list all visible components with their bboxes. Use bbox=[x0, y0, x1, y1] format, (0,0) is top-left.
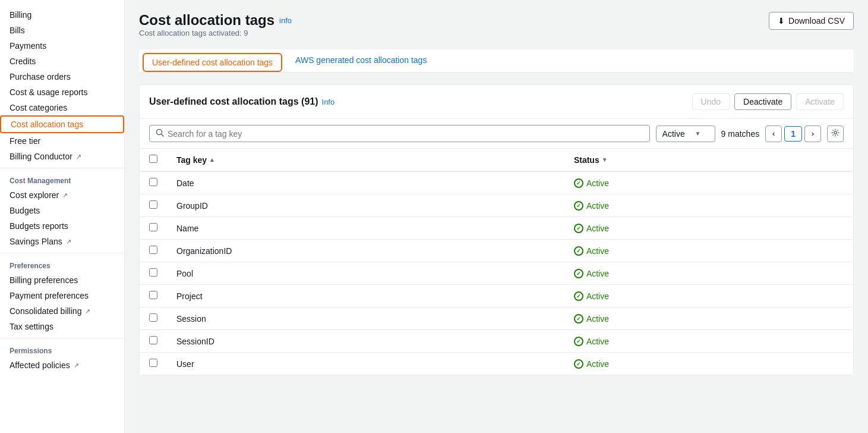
sidebar-item-budgets-reports[interactable]: Budgets reports bbox=[0, 218, 124, 234]
undo-button[interactable]: Undo bbox=[692, 93, 730, 110]
td-checkbox[interactable] bbox=[140, 330, 167, 353]
td-tag-key: GroupID bbox=[167, 194, 564, 217]
status-active-icon bbox=[574, 246, 583, 256]
page-title: Cost allocation tags bbox=[139, 12, 274, 29]
tab-aws-generated-label: AWS generated cost allocation tags bbox=[295, 55, 427, 65]
status-active-icon bbox=[574, 314, 583, 324]
row-checkbox-4[interactable] bbox=[149, 268, 157, 277]
td-status: Active bbox=[564, 194, 853, 217]
sidebar-item-label: Payments bbox=[10, 41, 46, 51]
page-info-link[interactable]: info bbox=[279, 16, 292, 25]
td-status: Active bbox=[564, 262, 853, 285]
row-checkbox-2[interactable] bbox=[149, 223, 157, 231]
pagination-next-button[interactable]: › bbox=[804, 125, 821, 142]
sidebar-item-label: Purchase orders bbox=[10, 72, 71, 81]
page-subtitle: Cost allocation tags activated: 9 bbox=[139, 29, 292, 37]
sidebar-item-affected-policies[interactable]: Affected policies ↗ bbox=[0, 357, 124, 373]
status-label: Active bbox=[586, 269, 609, 278]
sidebar-item-credits[interactable]: Credits bbox=[0, 54, 124, 69]
sort-icon: ▼ bbox=[602, 156, 608, 163]
sidebar-item-payments[interactable]: Payments bbox=[0, 38, 124, 54]
sidebar-item-label: Cost explorer bbox=[10, 190, 59, 200]
sidebar-item-cost-categories[interactable]: Cost categories bbox=[0, 100, 124, 115]
status-label: Active bbox=[586, 359, 609, 369]
filter-select-wrapper[interactable]: Active Inactive All ▼ bbox=[656, 125, 715, 142]
td-tag-key: SessionID bbox=[167, 330, 564, 353]
sort-ascending-icon: ▲ bbox=[209, 156, 215, 163]
td-status: Active bbox=[564, 171, 853, 194]
row-checkbox-8[interactable] bbox=[149, 359, 157, 367]
td-tag-key: Session bbox=[167, 308, 564, 330]
status-label: Active bbox=[586, 246, 609, 256]
sidebar-item-budgets[interactable]: Budgets bbox=[0, 203, 124, 218]
download-csv-button[interactable]: ⬇ Download CSV bbox=[769, 12, 854, 30]
sidebar-section-preferences: Preferences Billing preferences Payment … bbox=[0, 257, 124, 334]
sidebar-item-label: Cost allocation tags bbox=[11, 120, 83, 129]
row-checkbox-7[interactable] bbox=[149, 336, 157, 344]
td-checkbox[interactable] bbox=[140, 285, 167, 308]
sidebar-item-billing[interactable]: Billing bbox=[0, 7, 124, 23]
tab-aws-generated[interactable]: AWS generated cost allocation tags bbox=[286, 49, 436, 72]
sidebar-item-savings-plans[interactable]: Savings Plans ↗ bbox=[0, 234, 124, 249]
panel-info-link[interactable]: Info bbox=[322, 98, 335, 106]
sidebar-section-permissions: Permissions Affected policies ↗ bbox=[0, 342, 124, 373]
row-checkbox-6[interactable] bbox=[149, 313, 157, 322]
row-checkbox-5[interactable] bbox=[149, 291, 157, 299]
td-checkbox[interactable] bbox=[140, 353, 167, 375]
sidebar-item-label: Tax settings bbox=[10, 322, 53, 331]
row-checkbox-3[interactable] bbox=[149, 246, 157, 254]
row-checkbox-1[interactable] bbox=[149, 200, 157, 209]
download-icon: ⬇ bbox=[778, 16, 785, 26]
sidebar-item-bills[interactable]: Bills bbox=[0, 23, 124, 38]
td-checkbox[interactable] bbox=[140, 240, 167, 262]
sidebar-item-label: Payment preferences bbox=[10, 291, 89, 300]
sidebar-section-title-permissions: Permissions bbox=[0, 342, 124, 357]
td-checkbox[interactable] bbox=[140, 194, 167, 217]
sidebar-item-payment-preferences[interactable]: Payment preferences bbox=[0, 288, 124, 303]
sidebar-item-billing-preferences[interactable]: Billing preferences bbox=[0, 272, 124, 288]
td-tag-key: Project bbox=[167, 285, 564, 308]
row-checkbox-0[interactable] bbox=[149, 178, 157, 186]
pagination-prev-button[interactable]: ‹ bbox=[765, 125, 782, 142]
activate-button[interactable]: Activate bbox=[796, 93, 844, 110]
table-settings-button[interactable] bbox=[827, 125, 844, 142]
th-checkbox bbox=[140, 149, 167, 171]
table-row: Date Active bbox=[140, 171, 853, 194]
sidebar-item-free-tier[interactable]: Free tier bbox=[0, 133, 124, 149]
sidebar-item-purchase-orders[interactable]: Purchase orders bbox=[0, 69, 124, 84]
sidebar-item-cost-usage-reports[interactable]: Cost & usage reports bbox=[0, 84, 124, 100]
page-title-row: Cost allocation tags info bbox=[139, 12, 292, 29]
th-status[interactable]: Status ▼ bbox=[564, 149, 853, 171]
page-header-left: Cost allocation tags info Cost allocatio… bbox=[139, 12, 292, 47]
th-status-label: Status bbox=[574, 155, 599, 165]
table-row: Project Active bbox=[140, 285, 853, 308]
td-tag-key: Date bbox=[167, 171, 564, 194]
status-active-icon bbox=[574, 178, 583, 188]
td-tag-key: User bbox=[167, 353, 564, 375]
td-checkbox[interactable] bbox=[140, 262, 167, 285]
status-active-icon bbox=[574, 269, 583, 278]
matches-count: 9 matches bbox=[721, 129, 760, 139]
sidebar-item-label: Billing preferences bbox=[10, 275, 78, 285]
chevron-left-icon: ‹ bbox=[772, 129, 775, 138]
sidebar-item-cost-explorer[interactable]: Cost explorer ↗ bbox=[0, 187, 124, 203]
th-tag-key[interactable]: Tag key ▲ bbox=[167, 149, 564, 171]
sidebar-item-consolidated-billing[interactable]: Consolidated billing ↗ bbox=[0, 303, 124, 319]
tab-user-defined[interactable]: User-defined cost allocation tags bbox=[143, 53, 282, 72]
search-wrapper bbox=[149, 125, 650, 142]
sidebar-section-cost-management: Cost Management Cost explorer ↗ Budgets … bbox=[0, 172, 124, 249]
td-checkbox[interactable] bbox=[140, 308, 167, 330]
sidebar-item-billing-conductor[interactable]: Billing Conductor ↗ bbox=[0, 149, 124, 164]
sidebar-item-tax-settings[interactable]: Tax settings bbox=[0, 319, 124, 334]
panel-title-text: User-defined cost allocation tags (91) bbox=[149, 96, 318, 107]
page-header: Cost allocation tags info Cost allocatio… bbox=[139, 12, 854, 47]
filter-select[interactable]: Active Inactive All bbox=[662, 129, 692, 139]
td-checkbox[interactable] bbox=[140, 217, 167, 240]
tabs-container: User-defined cost allocation tags AWS ge… bbox=[139, 49, 854, 73]
deactivate-button[interactable]: Deactivate bbox=[734, 93, 791, 110]
sidebar-item-cost-allocation-tags[interactable]: Cost allocation tags bbox=[0, 115, 124, 133]
select-all-checkbox[interactable] bbox=[149, 155, 157, 163]
svg-line-1 bbox=[162, 134, 164, 137]
search-input[interactable] bbox=[168, 129, 643, 139]
td-checkbox[interactable] bbox=[140, 171, 167, 194]
